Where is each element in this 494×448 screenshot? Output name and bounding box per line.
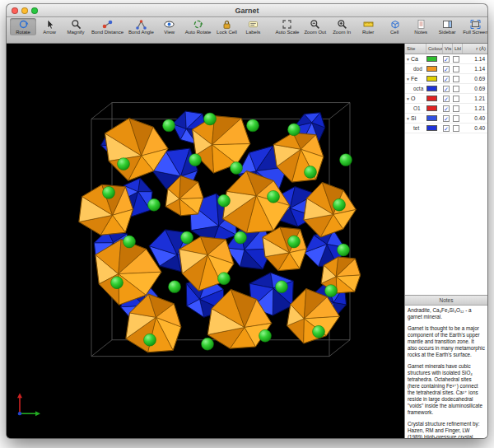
visibility-checkbox[interactable]: ✓ [443, 56, 450, 63]
calcium-atom[interactable] [247, 119, 259, 132]
tool-view-button[interactable]: View [156, 18, 183, 35]
site-color-swatch[interactable] [426, 115, 437, 121]
minimize-button[interactable] [21, 7, 28, 14]
site-row-o1[interactable]: O1✓1.21 [405, 104, 487, 114]
column-header-site[interactable]: Site [405, 44, 426, 54]
site-color-swatch[interactable] [426, 105, 437, 111]
label-checkbox[interactable] [453, 56, 459, 63]
site-color-swatch[interactable] [426, 56, 437, 62]
visibility-checkbox[interactable]: ✓ [443, 105, 450, 112]
sites-table-header: SiteColourVisLblr (Å) [405, 44, 487, 54]
site-row-si[interactable]: ▼Si✓0.40 [405, 114, 487, 124]
visibility-checkbox[interactable]: ✓ [443, 125, 450, 132]
calcium-atom[interactable] [288, 124, 301, 136]
tool-bond-angle-button[interactable]: Bond Angle [126, 18, 156, 35]
calcium-atom[interactable] [305, 166, 317, 179]
visibility-checkbox[interactable]: ✓ [443, 76, 450, 82]
calcium-atom[interactable] [325, 285, 338, 297]
panel-ruler-button[interactable]: Ruler [355, 18, 381, 35]
visibility-checkbox[interactable]: ✓ [443, 86, 450, 92]
site-row-fe[interactable]: ▼Fe✓0.69 [405, 74, 487, 84]
zoom-button[interactable] [31, 7, 38, 14]
site-row-o[interactable]: ▼O✓1.21 [405, 94, 487, 104]
calcium-atom[interactable] [189, 154, 202, 166]
site-name: O [411, 96, 415, 101]
disclosure-triangle-icon[interactable]: ▼ [405, 96, 411, 101]
panel-cell-button[interactable]: Cell [381, 18, 408, 35]
calcium-atom[interactable] [118, 158, 130, 170]
tool-auto-rotate-button[interactable]: Auto Rotate [183, 18, 214, 35]
tool-arrow-button[interactable]: Arrow [36, 18, 63, 35]
site-color-swatch[interactable] [426, 66, 437, 72]
tool-auto-scale-button[interactable]: Auto Scale [273, 18, 301, 35]
site-row-octa[interactable]: octa✓0.69 [405, 84, 487, 94]
column-header-vis[interactable]: Vis [443, 44, 453, 54]
column-header-colour[interactable]: Colour [426, 44, 443, 54]
structure-canvas[interactable] [7, 44, 404, 438]
close-button[interactable] [12, 7, 18, 14]
calcium-atom[interactable] [288, 236, 301, 248]
column-header-r[interactable]: r (Å) [463, 44, 487, 54]
calcium-atom[interactable] [181, 231, 193, 244]
disclosure-triangle-icon[interactable]: ▼ [405, 77, 411, 82]
tool-label: Full Screen [463, 30, 487, 35]
calcium-atom[interactable] [340, 154, 352, 166]
orange-polyhedron[interactable] [304, 182, 357, 237]
site-row-tet[interactable]: tet✓0.40 [405, 124, 487, 133]
label-checkbox[interactable] [453, 66, 459, 72]
calcium-atom[interactable] [111, 277, 124, 289]
tool-rotate-button[interactable]: Rotate [10, 18, 36, 35]
calcium-atom[interactable] [338, 244, 350, 256]
notes-text[interactable]: Andradite, Ca₃Fe₂Si₃O₁₂ - a garnet miner… [405, 306, 487, 438]
disclosure-triangle-icon[interactable]: ▼ [405, 57, 411, 62]
calcium-atom[interactable] [313, 325, 325, 338]
calcium-atom[interactable] [235, 231, 247, 244]
disclosure-triangle-icon[interactable]: ▼ [405, 116, 411, 121]
tool-label: Labels [246, 30, 261, 35]
calcium-atom[interactable] [333, 198, 346, 211]
calcium-atom[interactable] [144, 334, 156, 346]
site-row-dod[interactable]: dod✓1.14 [405, 64, 487, 74]
site-color-swatch[interactable] [426, 96, 437, 101]
orange-polyhedron[interactable] [263, 227, 306, 271]
calcium-atom[interactable] [276, 281, 288, 293]
site-color-swatch[interactable] [426, 76, 437, 82]
column-header-lbl[interactable]: Lbl [453, 44, 463, 54]
calcium-atom[interactable] [218, 273, 231, 285]
calcium-atom[interactable] [218, 194, 231, 207]
calcium-atom[interactable] [169, 281, 181, 293]
visibility-checkbox[interactable]: ✓ [443, 96, 450, 102]
calcium-atom[interactable] [259, 329, 272, 342]
site-row-ca[interactable]: ▼Ca✓1.14 [405, 54, 487, 64]
calcium-atom[interactable] [204, 113, 217, 125]
tool-bond-distance-button[interactable]: Bond Distance [89, 18, 126, 35]
calcium-atom[interactable] [148, 198, 161, 211]
site-color-swatch[interactable] [426, 86, 437, 91]
calcium-atom[interactable] [163, 119, 175, 132]
calcium-atom[interactable] [268, 190, 280, 203]
notes-panel-title[interactable]: Notes [405, 296, 487, 306]
auto-scale-icon [282, 19, 292, 30]
calcium-atom[interactable] [202, 338, 214, 350]
calcium-atom[interactable] [124, 236, 136, 248]
label-checkbox[interactable] [453, 115, 459, 122]
tool-lock-cell-button[interactable]: Lock Cell [213, 18, 240, 35]
calcium-atom[interactable] [103, 186, 115, 198]
title-bar[interactable]: Garnet [7, 4, 487, 17]
visibility-checkbox[interactable]: ✓ [443, 115, 450, 122]
label-checkbox[interactable] [453, 76, 459, 82]
label-checkbox[interactable] [453, 105, 459, 112]
panel-full-screen-button[interactable]: Full Screen [460, 18, 487, 35]
label-checkbox[interactable] [453, 86, 459, 92]
panel-notes-button[interactable]: Notes [408, 18, 434, 35]
tool-zoom-out-button[interactable]: Zoom Out [301, 18, 329, 35]
tool-labels-button[interactable]: Labels [240, 18, 266, 35]
tool-zoom-in-button[interactable]: Zoom In [329, 18, 355, 35]
visibility-checkbox[interactable]: ✓ [443, 66, 450, 72]
tool-magnify-button[interactable]: Magnify [63, 18, 89, 35]
label-checkbox[interactable] [453, 125, 459, 132]
calcium-atom[interactable] [231, 162, 243, 175]
label-checkbox[interactable] [453, 96, 459, 102]
panel-sidebar-button[interactable]: Sidebar [434, 18, 460, 35]
site-color-swatch[interactable] [426, 125, 437, 131]
